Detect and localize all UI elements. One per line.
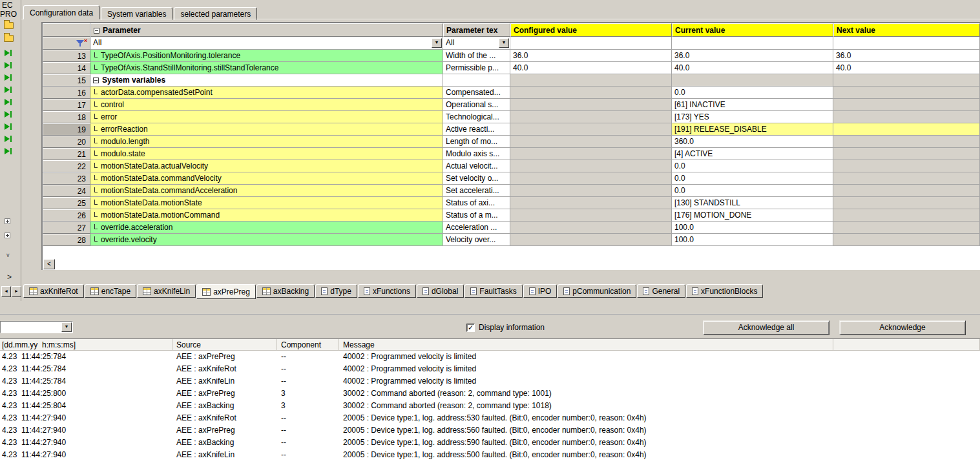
configured-value-cell[interactable] bbox=[510, 87, 672, 99]
next-value-cell[interactable] bbox=[833, 185, 980, 197]
configured-value-cell[interactable] bbox=[510, 123, 672, 136]
acknowledge-button[interactable]: Acknowledge bbox=[839, 320, 966, 335]
current-value-cell[interactable]: 0.0 bbox=[672, 87, 833, 99]
parameter-name-cell[interactable]: override.acceleration bbox=[90, 222, 443, 234]
chevron-down-icon[interactable]: ▼ bbox=[61, 322, 72, 332]
next-value-cell[interactable] bbox=[833, 234, 980, 246]
row-number[interactable]: 15 bbox=[43, 74, 90, 87]
configured-value-column-header[interactable]: Configured value bbox=[510, 23, 672, 37]
configured-value-cell[interactable] bbox=[510, 222, 672, 234]
sheet-tab-axknifelin[interactable]: axKnifeLin bbox=[137, 284, 196, 298]
current-value-cell[interactable]: [61] INACTIVE bbox=[672, 99, 833, 111]
current-value-cell[interactable]: 0.0 bbox=[672, 172, 833, 185]
configured-value-cell[interactable] bbox=[510, 234, 672, 246]
current-value-cell[interactable]: [130] STANDSTILL bbox=[672, 197, 833, 209]
axis-icon[interactable] bbox=[5, 59, 12, 71]
row-number[interactable]: 13 bbox=[43, 50, 90, 62]
sheet-tab-general[interactable]: General bbox=[637, 284, 685, 298]
current-value-cell[interactable]: 100.0 bbox=[672, 234, 833, 246]
tab-system-variables[interactable]: System variables bbox=[101, 7, 172, 20]
next-value-cell[interactable]: 40.0 bbox=[833, 62, 980, 74]
message-row[interactable]: 4.23 11:44:25:784AEE : axKnifeLin--40002… bbox=[0, 375, 980, 388]
row-number[interactable]: 26 bbox=[43, 209, 90, 222]
scroll-tabs-right-button[interactable]: ► bbox=[12, 286, 21, 297]
next-value-cell[interactable]: 36.0 bbox=[833, 50, 980, 62]
row-number[interactable]: 16 bbox=[43, 87, 90, 99]
next-value-column-header[interactable]: Next value bbox=[833, 23, 980, 37]
parameter-text-column-header[interactable]: Parameter tex bbox=[443, 23, 510, 37]
parameter-name-cell[interactable]: motionStateData.commandVelocity bbox=[90, 172, 443, 185]
acknowledge-all-button[interactable]: Acknowledge all bbox=[703, 320, 829, 335]
message-row[interactable]: 4.23 11:44:25:784AEE : axKnifeRot--40002… bbox=[0, 363, 980, 375]
configured-value-cell[interactable] bbox=[510, 136, 672, 148]
row-number[interactable]: 27 bbox=[43, 222, 90, 234]
parameter-name-cell[interactable]: System variables bbox=[90, 74, 443, 87]
row-number[interactable]: 20 bbox=[43, 136, 90, 148]
configured-value-cell[interactable] bbox=[510, 197, 672, 209]
folder-icon[interactable] bbox=[4, 35, 14, 42]
configured-value-cell[interactable] bbox=[510, 185, 672, 197]
parameter-name-cell[interactable]: actorData.compensatedSetPoint bbox=[90, 87, 443, 99]
next-value-cell[interactable] bbox=[833, 87, 980, 99]
axis-icon[interactable] bbox=[5, 47, 12, 59]
parameter-name-cell[interactable]: motionStateData.actualVelocity bbox=[90, 160, 443, 172]
row-number[interactable]: 18 bbox=[43, 111, 90, 123]
configured-value-cell[interactable] bbox=[510, 74, 672, 87]
message-column-header[interactable]: Message bbox=[339, 339, 833, 350]
message-row[interactable]: 4.23 11:44:25:784AEE : axPrePreg--40002 … bbox=[0, 351, 980, 363]
parameter-filter-dropdown[interactable]: All▼ bbox=[90, 37, 443, 50]
current-value-cell[interactable]: 360.0 bbox=[672, 136, 833, 148]
axis-icon[interactable] bbox=[5, 120, 12, 132]
row-number[interactable]: 19 bbox=[43, 123, 90, 136]
component-column-header[interactable]: Component bbox=[277, 339, 339, 350]
next-value-cell[interactable] bbox=[833, 209, 980, 222]
next-value-cell[interactable] bbox=[833, 197, 980, 209]
axis-icon[interactable] bbox=[5, 83, 12, 96]
row-number[interactable]: 22 bbox=[43, 160, 90, 172]
parameter-name-cell[interactable]: motionStateData.motionCommand bbox=[90, 209, 443, 222]
current-value-cell[interactable]: [176] MOTION_DONE bbox=[672, 209, 833, 222]
parameter-name-cell[interactable]: motionStateData.commandAcceleration bbox=[90, 185, 443, 197]
axis-icon[interactable] bbox=[5, 132, 12, 145]
axis-icon[interactable] bbox=[5, 145, 12, 157]
row-number[interactable]: 17 bbox=[43, 99, 90, 111]
message-row[interactable]: 4.23 11:44:27:940AEE : axKnifeLin--20005… bbox=[0, 449, 980, 461]
display-information-checkbox[interactable]: ✓ bbox=[466, 324, 475, 332]
sheet-tab-xfunctions[interactable]: xFunctions bbox=[358, 284, 416, 298]
message-row[interactable]: 4.23 11:44:25:804AEE : axBacking330002 :… bbox=[0, 400, 980, 412]
sheet-tab-axkniferot[interactable]: axKnifeRot bbox=[23, 284, 84, 298]
row-number[interactable]: 21 bbox=[43, 148, 90, 160]
current-value-cell[interactable]: 100.0 bbox=[672, 222, 833, 234]
parameter-name-cell[interactable]: modulo.length bbox=[90, 136, 443, 148]
configured-value-cell[interactable] bbox=[510, 160, 672, 172]
parameter-name-cell[interactable]: control bbox=[90, 99, 443, 111]
next-value-cell[interactable] bbox=[833, 160, 980, 172]
current-filter-cell[interactable] bbox=[672, 37, 833, 50]
current-value-column-header[interactable]: Current value bbox=[672, 23, 833, 37]
current-value-cell[interactable]: 0.0 bbox=[672, 185, 833, 197]
chevron-down-icon[interactable]: ▼ bbox=[432, 38, 442, 48]
tree-more-icon[interactable]: > bbox=[7, 273, 12, 282]
tree-label-fragment[interactable]: EC bbox=[2, 1, 13, 10]
configured-value-cell[interactable] bbox=[510, 172, 672, 185]
row-number[interactable]: 25 bbox=[43, 197, 90, 209]
message-row[interactable]: 4.23 11:44:27:940AEE : axPrePreg--20005 … bbox=[0, 424, 980, 437]
next-value-cell[interactable] bbox=[833, 172, 980, 185]
message-row[interactable]: 4.23 11:44:27:940AEE : axKnifeRot--20005… bbox=[0, 412, 980, 424]
sheet-tab-xfunctionblocks[interactable]: xFunctionBlocks bbox=[686, 284, 763, 298]
configured-value-cell[interactable] bbox=[510, 99, 672, 111]
tree-expand-icon[interactable] bbox=[5, 233, 10, 238]
tab-selected-parameters[interactable]: selected parameters bbox=[174, 7, 257, 20]
axis-icon[interactable] bbox=[5, 71, 12, 83]
message-row[interactable]: 4.23 11:44:27:940AEE : axBacking--20005 … bbox=[0, 437, 980, 449]
sheet-tab-dglobal[interactable]: dGlobal bbox=[417, 284, 464, 298]
source-column-header[interactable]: Source bbox=[172, 339, 277, 350]
current-value-cell[interactable]: 36.0 bbox=[672, 50, 833, 62]
tab-configuration-data[interactable]: Configuration data bbox=[23, 5, 99, 19]
sheet-tab-axbacking[interactable]: axBacking bbox=[256, 284, 315, 298]
sheet-tab-axprepreg[interactable]: axPrePreg bbox=[196, 284, 256, 299]
configured-value-cell[interactable] bbox=[510, 148, 672, 160]
collapse-group-icon[interactable] bbox=[93, 78, 99, 83]
sheet-tab-pcommunication[interactable]: pCommunication bbox=[558, 284, 636, 298]
time-column-header[interactable]: [dd.mm.yy h:m:s:ms] bbox=[0, 339, 172, 350]
